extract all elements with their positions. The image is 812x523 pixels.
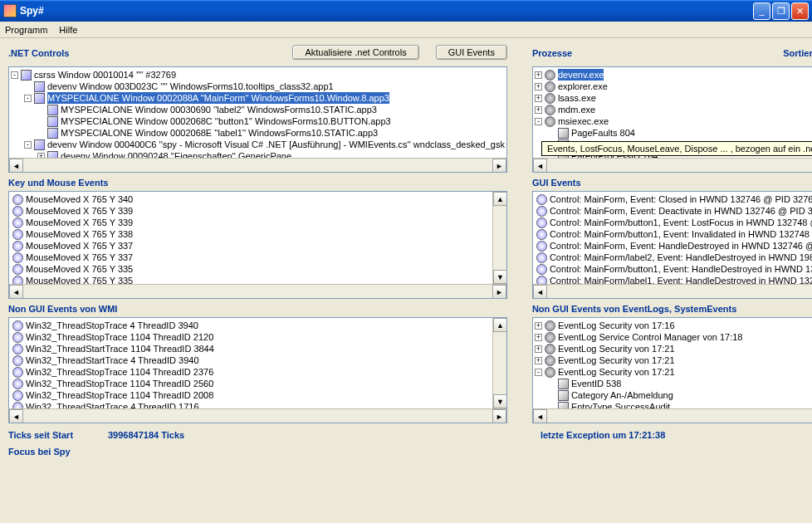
tooltip: Events, LostFocus, MouseLeave, Dispose .…	[541, 141, 812, 156]
expand-icon[interactable]: +	[535, 106, 542, 114]
tree-node[interactable]: +EventLog Security von 17:16	[535, 320, 812, 331]
list-item[interactable]: Control: MainForm, Event: Deactivate in …	[535, 205, 812, 217]
tree-node[interactable]: +mdm.exe	[535, 104, 812, 115]
vscroll[interactable]: ▲▼	[492, 192, 506, 284]
list-item[interactable]: MouseMoved X 765 Y 334	[11, 298, 505, 299]
list-item[interactable]: Win32_ThreadStopTrace 1104 ThreadID 2376	[11, 366, 505, 378]
tree-node[interactable]: +EventLog Security von 17:21	[535, 343, 812, 354]
tree-node[interactable]: +MYSPECIALONE Window 0002068E ''label1''…	[11, 127, 505, 139]
expand-icon[interactable]: -	[535, 118, 542, 125]
win-icon	[47, 128, 58, 139]
hscroll[interactable]: ◄►	[533, 158, 812, 172]
tree-node[interactable]: -msiexec.exe	[535, 115, 812, 127]
tree-node[interactable]: +EventLog Security von 17:21	[535, 354, 812, 366]
prozesse-tree-panel[interactable]: +devenv.exe+explorer.exe+lsass.exe+mdm.e…	[532, 66, 812, 173]
list-item[interactable]: Control: MainForm/button1, Event: Invali…	[535, 228, 812, 240]
expand-icon[interactable]: +	[535, 357, 542, 364]
list-item[interactable]: Win32_ThreadStartTrace 1104 ThreadID 384…	[11, 343, 505, 354]
list-item[interactable]: MouseMoved X 765 Y 339	[11, 217, 505, 228]
focus-label: Focus bei Spy	[8, 447, 108, 457]
gui-events-button[interactable]: GUI Events	[436, 45, 507, 60]
tree-node[interactable]: +devenv.exe	[535, 69, 812, 81]
minimize-button[interactable]: _	[753, 2, 770, 20]
list-item[interactable]: MouseMoved X 765 Y 339	[11, 205, 505, 217]
bullet-icon	[12, 344, 23, 354]
list-item[interactable]: Control: MainForm/button1, Event: LostFo…	[535, 217, 812, 228]
prozesse-label: Prozesse	[532, 48, 766, 58]
list-item[interactable]: Win32_ThreadStopTrace 1104 ThreadID 2560	[11, 378, 505, 389]
bullet-icon	[536, 218, 547, 228]
expand-icon[interactable]: +	[535, 322, 542, 330]
expand-icon[interactable]: +	[535, 83, 542, 90]
refresh-net-controls-button[interactable]: Aktualisiere .net Controls	[292, 45, 418, 60]
list-item[interactable]: Win32_ThreadStopTrace 1104 ThreadID 2008	[11, 389, 505, 401]
list-item[interactable]: MouseMoved X 765 Y 335	[11, 263, 505, 275]
tree-node[interactable]: +lsass.exe	[535, 92, 812, 104]
tree-node[interactable]: +Category An-/Abmeldung	[535, 389, 812, 401]
menu-programm[interactable]: Programm	[5, 25, 47, 35]
net-controls-tree-panel[interactable]: -csrss Window 00010014 '''' #32769+deven…	[8, 66, 507, 173]
hscroll[interactable]: ◄►	[9, 284, 506, 298]
tree-node[interactable]: -MYSPECIALONE Window 0002088A ''MainForm…	[11, 92, 505, 104]
bullet-icon	[12, 367, 23, 378]
gear-icon	[545, 105, 555, 115]
tree-node-label: MYSPECIALONE Window 0002068E ''label1'' …	[61, 127, 378, 139]
list-item[interactable]: MouseMoved X 765 Y 337	[11, 240, 505, 252]
tree-node[interactable]: +EventLog Service Control Manager von 17…	[535, 331, 812, 343]
tree-node[interactable]: +MYSPECIALONE Window 00030690 ''label2''…	[11, 104, 505, 115]
list-item-label: MouseMoved X 765 Y 338	[26, 228, 133, 240]
wmi-panel[interactable]: Win32_ThreadStopTrace 4 ThreadID 3940Win…	[8, 317, 507, 423]
left-column: .NET Controls Aktualisiere .net Controls…	[8, 43, 507, 457]
list-item[interactable]: Win32_ThreadStartTrace 4 ThreadID 3940	[11, 354, 505, 366]
list-item[interactable]: Win32_ThreadStopTrace 1104 ThreadID 2120	[11, 331, 505, 343]
eventlogs-panel[interactable]: +EventLog Security von 17:16+EventLog Se…	[532, 317, 812, 423]
tree-node-label: MYSPECIALONE Window 0002088A ''MainForm'…	[47, 92, 389, 104]
list-item[interactable]: Control: MainForm/button1, Event: Handle…	[535, 263, 812, 275]
list-item[interactable]: Win32_ThreadStopTrace 4 ThreadID 3940	[11, 320, 505, 331]
tree-node[interactable]: -EventLog Security von 17:21	[535, 366, 812, 378]
tree-node[interactable]: +devenv Window 003D023C '''' WindowsForm…	[11, 81, 505, 92]
gear-icon	[545, 81, 555, 92]
tree-node[interactable]: +EventID 538	[535, 378, 812, 389]
gear-icon	[545, 332, 555, 343]
bullet-icon	[12, 355, 23, 366]
menu-hilfe[interactable]: Hilfe	[59, 25, 77, 35]
gui-events-label: GUI Events	[532, 178, 812, 188]
tree-node[interactable]: -devenv Window 000400C6 ''spy - Microsof…	[11, 139, 505, 150]
expand-icon[interactable]: -	[24, 95, 32, 102]
app-icon	[3, 4, 17, 17]
list-item[interactable]: MouseMoved X 765 Y 337	[11, 252, 505, 263]
expand-icon[interactable]: -	[11, 71, 18, 79]
hscroll[interactable]: ◄►	[9, 158, 506, 172]
sort-label: Sortierkriterium	[783, 48, 812, 58]
bullet-icon	[536, 264, 547, 275]
hscroll[interactable]: ◄►	[533, 284, 812, 298]
close-button[interactable]: ✕	[791, 2, 809, 20]
tree-node[interactable]: +explorer.exe	[535, 81, 812, 92]
expand-icon[interactable]: +	[535, 334, 542, 341]
tree-node[interactable]: +PageFaults 804	[535, 127, 812, 139]
expand-icon[interactable]: +	[535, 95, 542, 102]
hscroll[interactable]: ◄►	[9, 408, 506, 423]
vscroll[interactable]: ▲▼	[492, 318, 506, 408]
maximize-button[interactable]: ❐	[772, 2, 790, 20]
tree-node[interactable]: +MYSPECIALONE Window 0002068C ''button1'…	[11, 115, 505, 127]
list-item[interactable]: Control: MainForm/button1, Event: Dispos…	[535, 298, 812, 299]
expand-icon[interactable]: +	[535, 71, 542, 79]
list-item[interactable]: MouseMoved X 765 Y 338	[11, 228, 505, 240]
tree-node-label: lsass.exe	[558, 92, 596, 104]
expand-icon[interactable]: +	[535, 345, 542, 353]
bullet-icon	[12, 241, 23, 252]
list-item[interactable]: MouseMoved X 765 Y 340	[11, 193, 505, 205]
gui-events-panel[interactable]: Control: MainForm, Event: Closed in HWND…	[532, 191, 812, 299]
key-mouse-panel[interactable]: MouseMoved X 765 Y 340MouseMoved X 765 Y…	[8, 191, 507, 299]
list-item-label: MouseMoved X 765 Y 334	[26, 298, 133, 299]
list-item[interactable]: Control: MainForm/label2, Event: HandleD…	[535, 252, 812, 263]
bullet-icon	[536, 252, 547, 263]
expand-icon[interactable]: -	[535, 369, 542, 376]
tree-node[interactable]: -csrss Window 00010014 '''' #32769	[11, 69, 505, 81]
hscroll[interactable]: ◄►	[533, 408, 812, 423]
list-item[interactable]: Control: MainForm, Event: Closed in HWND…	[535, 193, 812, 205]
expand-icon[interactable]: -	[24, 141, 32, 149]
list-item[interactable]: Control: MainForm, Event: HandleDestroye…	[535, 240, 812, 252]
